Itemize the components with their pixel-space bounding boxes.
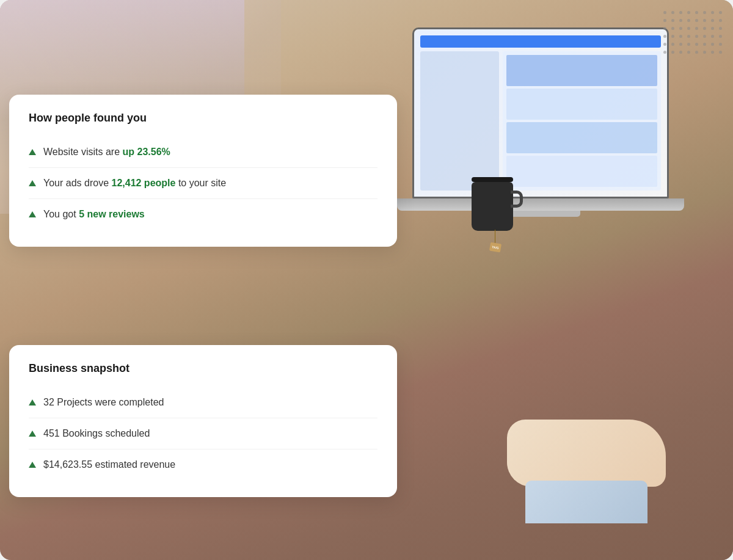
arrow-up-icon-3 — [29, 211, 36, 217]
card-item-website-visits: Website visits are up 23.56% — [29, 137, 377, 168]
arrow-up-icon-2 — [29, 180, 36, 186]
laptop-area — [379, 27, 702, 260]
hand-area — [507, 420, 684, 529]
card-item-website-visits-text: Website visits are up 23.56% — [43, 147, 170, 158]
reviews-highlight: 5 new reviews — [79, 209, 145, 219]
card-bottom-title: Business snapshot — [29, 362, 377, 375]
arrow-up-icon — [29, 149, 36, 155]
ads-highlight: 12,412 people — [111, 178, 175, 188]
card-item-revenue-text: $14,623.55 estimated revenue — [43, 459, 175, 470]
dot-grid — [663, 11, 722, 59]
card-business-snapshot: Business snapshot 32 Projects were compl… — [9, 345, 397, 497]
arrow-up-icon-6 — [29, 462, 36, 468]
card-top-title: How people found you — [29, 112, 377, 125]
coffee-cup: TA/G — [472, 177, 513, 231]
card-item-bookings: 451 Bookings scheduled — [29, 418, 377, 449]
website-visits-highlight: up 23.56% — [123, 147, 170, 157]
arrow-up-icon-4 — [29, 399, 36, 405]
card-item-bookings-text: 451 Bookings scheduled — [43, 428, 150, 439]
card-item-projects-text: 32 Projects were completed — [43, 397, 164, 408]
card-item-ads: Your ads drove 12,412 people to your sit… — [29, 168, 377, 199]
card-item-reviews-text: You got 5 new reviews — [43, 209, 145, 220]
card-item-projects: 32 Projects were completed — [29, 387, 377, 418]
arrow-up-icon-5 — [29, 431, 36, 437]
card-item-revenue: $14,623.55 estimated revenue — [29, 449, 377, 480]
card-how-people-found-you: How people found you Website visits are … — [9, 95, 397, 247]
card-item-reviews: You got 5 new reviews — [29, 199, 377, 230]
card-item-ads-text: Your ads drove 12,412 people to your sit… — [43, 178, 226, 189]
